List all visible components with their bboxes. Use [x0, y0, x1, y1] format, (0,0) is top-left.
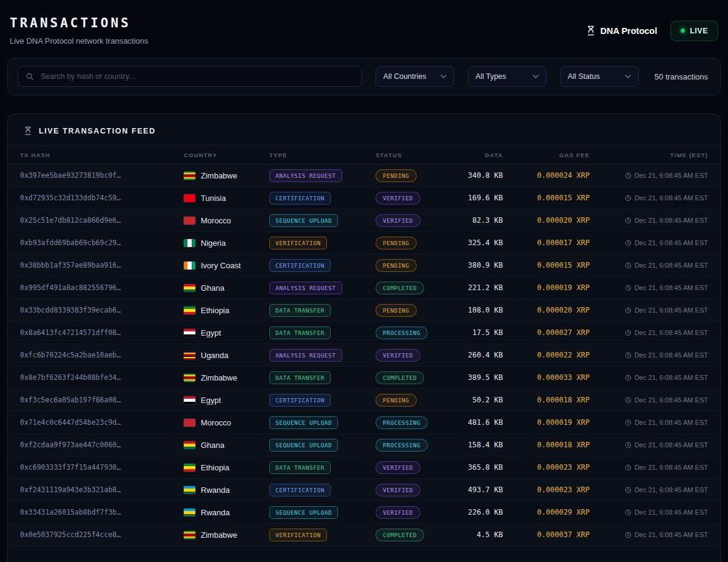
- search-input[interactable]: [39, 72, 354, 81]
- tx-hash: 0x71e4c0c6447d54be23c9d…: [20, 418, 184, 427]
- tx-hash: 0xd72935c32d133ddb74c59…: [20, 194, 184, 202]
- data-size: 380.9 KB: [467, 261, 503, 269]
- timestamp: Dec 21, 6:08:45 AM EST: [590, 217, 708, 224]
- type-badge: DATA TRANSFER: [269, 461, 331, 474]
- type-cell: DATA TRANSFER: [269, 304, 376, 317]
- gas-fee: 0.000029 XRP: [503, 508, 590, 516]
- type-cell: DATA TRANSFER: [269, 327, 376, 339]
- type-badge: DATA TRANSFER: [269, 371, 331, 384]
- type-filter-select[interactable]: All Types: [468, 66, 547, 87]
- country-name: Egypt: [201, 396, 221, 405]
- status-cell: PROCESSING: [376, 416, 467, 429]
- type-cell: CERTIFICATION: [269, 192, 376, 205]
- hourglass-icon: [24, 126, 32, 135]
- clock-icon: [625, 509, 632, 516]
- status-cell: VERIFIED: [376, 349, 467, 362]
- search-box[interactable]: [18, 66, 362, 87]
- status-badge: VERIFIED: [376, 484, 420, 496]
- gas-fee: 0.000015 XRP: [503, 194, 590, 202]
- status-cell: PROCESSING: [376, 327, 467, 339]
- clock-icon: [625, 172, 632, 179]
- data-size: 4.5 KB: [467, 530, 503, 539]
- clock-icon: [625, 217, 632, 224]
- timestamp: Dec 21, 6:08:45 AM EST: [590, 464, 708, 471]
- type-filter-value: All Types: [476, 72, 507, 81]
- status-cell: PROCESSING: [376, 439, 467, 452]
- gas-fee: 0.000018 XRP: [503, 396, 590, 404]
- tx-hash: 0x33bcdd8339383f39ecab6…: [20, 306, 184, 314]
- time-value: Dec 21, 6:08:45 AM EST: [635, 531, 708, 538]
- country-flag-icon: [184, 374, 195, 382]
- tx-hash: 0x25c51e7db812ca866d9e6…: [20, 216, 184, 225]
- country-cell: Ghana: [184, 283, 269, 293]
- type-cell: DATA TRANSFER: [269, 371, 376, 384]
- country-name: Ghana: [201, 441, 224, 450]
- gas-fee: 0.000033 XRP: [503, 373, 590, 382]
- status-badge: PROCESSING: [376, 327, 428, 339]
- gas-fee: 0.000017 XRP: [503, 239, 590, 247]
- status-badge: PENDING: [376, 169, 417, 182]
- brand: DNA Protocol: [586, 25, 657, 36]
- status-cell: COMPLETED: [376, 529, 467, 541]
- table-row: 0xfc6b70224c5a2bae10aeb… Uganda ANALYSIS…: [8, 344, 720, 367]
- country-name: Nigeria: [201, 239, 226, 248]
- country-cell: Nigeria: [184, 239, 269, 248]
- timestamp: Dec 21, 6:08:45 AM EST: [590, 374, 708, 381]
- time-value: Dec 21, 6:08:45 AM EST: [635, 486, 708, 493]
- data-size: 158.4 KB: [467, 441, 503, 449]
- timestamp: Dec 21, 6:08:45 AM EST: [590, 486, 708, 493]
- country-flag-icon: [184, 329, 195, 337]
- status-cell: VERIFIED: [376, 192, 467, 205]
- timestamp: Dec 21, 6:08:45 AM EST: [590, 419, 708, 426]
- live-label: LIVE: [690, 27, 708, 35]
- tx-hash: 0xfc6b70224c5a2bae10aeb…: [20, 351, 184, 359]
- status-badge: PENDING: [376, 304, 417, 317]
- time-value: Dec 21, 6:08:45 AM EST: [635, 239, 708, 246]
- status-badge: VERIFIED: [376, 506, 420, 519]
- clock-icon: [625, 240, 632, 246]
- country-name: Egypt: [201, 328, 221, 337]
- chevron-down-icon: [533, 75, 539, 78]
- status-badge: VERIFIED: [376, 214, 420, 227]
- table-row: 0x38bbb1af357ae89baa916… Ivory Coast CER…: [8, 254, 720, 277]
- country-flag-icon: [184, 531, 195, 539]
- table-row: 0xf3c5ec6a05ab197f86a08… Egypt CERTIFICA…: [8, 389, 720, 411]
- clock-icon: [625, 374, 632, 381]
- status-cell: COMPLETED: [376, 282, 467, 294]
- tx-hash: 0x0e5037925ccd225f4cce8…: [20, 530, 184, 539]
- clock-icon: [625, 307, 632, 314]
- time-value: Dec 21, 6:08:45 AM EST: [635, 217, 708, 224]
- type-badge: DATA TRANSFER: [269, 327, 331, 339]
- status-badge: VERIFIED: [376, 349, 420, 362]
- status-filter-select[interactable]: All Status: [560, 66, 639, 87]
- status-cell: PENDING: [376, 304, 467, 317]
- col-time: TIME (EST): [590, 152, 708, 158]
- type-badge: DATA TRANSFER: [269, 304, 331, 317]
- country-cell: Rwanda: [184, 508, 269, 517]
- country-cell: Ethiopia: [184, 463, 269, 472]
- country-filter-select[interactable]: All Countries: [376, 66, 454, 87]
- table-header: TX HASH COUNTRY TYPE STATUS DATA GAS FEE…: [8, 145, 720, 164]
- country-flag-icon: [184, 464, 195, 472]
- page-header: TRANSACTIONS Live DNA Protocol network t…: [7, 0, 721, 58]
- time-value: Dec 21, 6:08:45 AM EST: [635, 262, 708, 269]
- country-name: Ethiopia: [201, 463, 229, 472]
- country-name: Morocco: [201, 418, 231, 427]
- type-cell: CERTIFICATION: [269, 259, 376, 272]
- tx-hash: 0xf2cdaa9f973ae447c0060…: [20, 441, 184, 449]
- dna-hourglass-icon: [586, 25, 596, 36]
- type-cell: CERTIFICATION: [269, 394, 376, 407]
- type-badge: CERTIFICATION: [269, 259, 331, 272]
- country-cell: Egypt: [184, 396, 269, 405]
- clock-icon: [625, 262, 632, 269]
- type-badge: CERTIFICATION: [269, 394, 331, 407]
- status-badge: PENDING: [376, 259, 417, 272]
- gas-fee: 0.000019 XRP: [503, 418, 590, 427]
- gas-fee: 0.000020 XRP: [503, 306, 590, 314]
- timestamp: Dec 21, 6:08:45 AM EST: [590, 396, 708, 404]
- type-badge: SEQUENCE UPLOAD: [269, 439, 338, 452]
- status-cell: VERIFIED: [376, 214, 467, 227]
- gas-fee: 0.000015 XRP: [503, 261, 590, 269]
- gas-fee: 0.000037 XRP: [503, 530, 590, 539]
- clock-icon: [625, 285, 632, 291]
